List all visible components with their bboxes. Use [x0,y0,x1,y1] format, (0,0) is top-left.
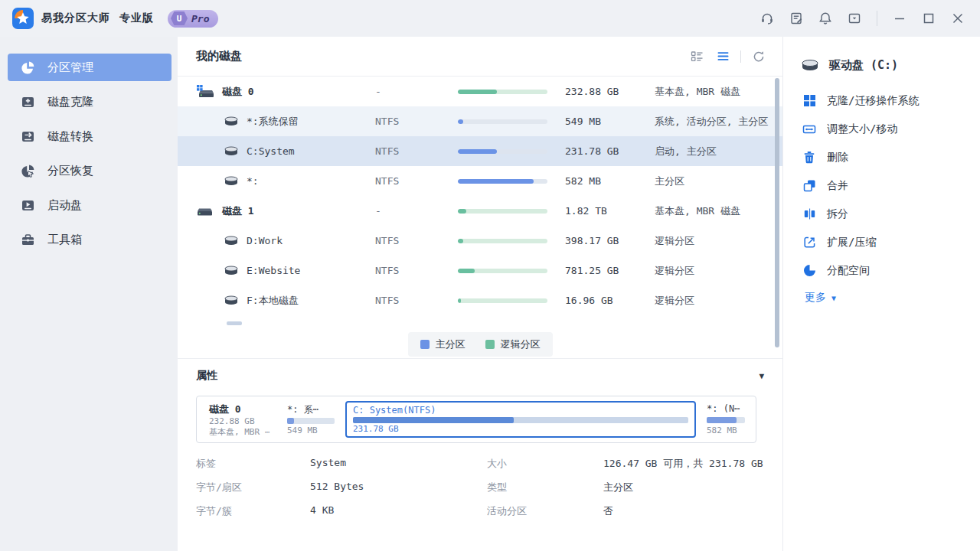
action-merge[interactable]: 合并 [783,171,980,200]
detail-value: 126.47 GB 可用，共 231.78 GB [603,457,764,471]
detail-label: 类型 [487,481,603,494]
sidebar-item-boot-disk[interactable]: 启动盘 [8,191,172,219]
sidebar-item-partition-manage[interactable]: 分区管理 [8,54,172,81]
size-cell: 1.82 TB [547,205,641,217]
pro-badge: U Pro [168,10,218,28]
disk-map-name: 磁盘 0 [209,403,276,416]
titlebar-separator [877,11,877,26]
filesystem-cell: NTFS [375,235,458,246]
sidebar-item-disk-convert[interactable]: 磁盘转换 [8,122,172,150]
action-delete[interactable]: 删除 [783,143,980,171]
selected-drive-label: 驱动盘 (C:) [829,58,898,73]
refresh-icon[interactable] [750,48,767,65]
size-cell: 398.17 GB [547,235,641,246]
detail-label: 字节/簇 [196,504,310,518]
main-header: 我的磁盘 [178,37,782,77]
boot-disk-icon [20,197,35,213]
maximize-button[interactable] [917,7,940,30]
sidebar-item-partition-recover[interactable]: 分区恢复 [8,157,172,184]
drive-icon [800,58,820,73]
action-panel: 驱动盘 (C:) 克隆/迁移操作系统 [782,37,980,551]
table-row[interactable]: *: NTFS 582 MB 主分区 [178,166,782,196]
usage-bar [458,119,547,124]
primary-swatch [420,340,430,349]
flags-cell: 主分区 [641,174,782,188]
clipped-row-fragment [227,321,242,325]
action-panel-header: 驱动盘 (C:) [783,58,980,73]
usage-bar [458,149,547,154]
trash-icon [802,151,816,165]
support-headset-icon[interactable] [756,7,779,30]
properties-title: 属性 [196,369,217,383]
size-cell: 781.25 GB [547,265,641,276]
table-row[interactable]: 磁盘 1 - 1.82 TB 基本盘, MBR 磁盘 [178,196,782,226]
sidebar-item-disk-clone[interactable]: 磁盘克隆 [8,88,172,116]
disk-map-partition[interactable]: *: 系⋯ 549 MB [283,401,339,438]
disk-name: 磁盘 0 [222,85,254,99]
size-cell: 16.96 GB [547,295,641,306]
flags-cell: 逻辑分区 [641,234,782,248]
card-view-icon[interactable] [688,48,705,65]
size-cell: 232.88 GB [547,86,641,97]
disk-name: 磁盘 1 [222,204,254,218]
collapse-arrow-icon[interactable]: ▼ [759,371,764,381]
action-clone-migrate-os[interactable]: 克隆/迁移操作系统 [783,86,980,115]
disk-map-partition-selected[interactable]: C: System(NTFS) 231.78 GB [345,401,696,438]
more-actions-link[interactable]: 更多 ▼ [783,291,980,305]
partition-name: E:Website [247,265,300,276]
sidebar-item-label: 分区管理 [47,60,93,75]
properties-header: 属性 ▼ [196,359,764,393]
close-button[interactable] [946,7,969,30]
notifications-bell-icon[interactable] [814,7,837,30]
content: 分区管理 磁盘克隆 [0,37,980,551]
size-cell: 549 MB [547,116,641,127]
titlebar: 易我分区大师 专业版 U Pro [0,0,980,37]
pie-chart-icon [20,60,35,75]
app-logo-icon [12,8,34,29]
table-row[interactable]: *:系统保留 NTFS 549 MB 系统, 活动分区, 主分区 [178,106,782,136]
table-row[interactable]: F:本地磁盘 NTFS 16.96 GB 逻辑分区 [178,285,782,315]
table-row[interactable]: E:Website NTFS 781.25 GB 逻辑分区 [178,256,782,285]
merge-icon [802,179,816,193]
titlebar-right [756,7,969,30]
partition-name: C:System [247,145,295,157]
sidebar-item-label: 工具箱 [47,233,82,247]
filesystem-cell: - [375,86,458,97]
detail-value: 否 [603,504,764,518]
badge-u-icon: U [171,11,188,25]
partition-recover-icon [20,163,35,178]
filesystem-cell: NTFS [375,265,458,276]
list-view-icon[interactable] [714,48,731,65]
menu-dropdown-icon[interactable] [843,7,866,30]
disk-map-partition[interactable]: *: (N⋯ 582 MB [702,401,750,438]
chevron-down-icon: ▼ [831,294,836,302]
sidebar-item-label: 磁盘转换 [47,129,93,144]
minimize-button[interactable] [888,7,911,30]
action-split[interactable]: 拆分 [783,200,980,228]
action-allocate-space[interactable]: 分配空间 [783,256,980,285]
table-row[interactable]: D:Work NTFS 398.17 GB 逻辑分区 [178,226,782,256]
vertical-scrollbar[interactable] [775,78,779,347]
pro-badge-label: Pro [191,13,209,24]
flags-cell: 逻辑分区 [641,294,782,308]
partition-icon [224,175,239,187]
usage-bar [458,90,547,94]
detail-label: 字节/扇区 [196,481,310,494]
action-resize-move[interactable]: 调整大小/移动 [783,115,980,143]
detail-value: System [310,457,487,471]
partition-icon [224,295,239,306]
sidebar-item-toolbox[interactable]: 工具箱 [8,226,172,253]
resize-move-icon [802,122,816,136]
titlebar-left: 易我分区大师 专业版 U Pro [12,8,218,29]
usage-bar [458,239,547,243]
partition-icon [224,116,239,127]
feedback-note-icon[interactable] [785,7,808,30]
disk-map-type: 基本盘, MBR ⋯ [209,427,276,438]
flags-cell: 系统, 活动分区, 主分区 [641,115,782,129]
partition-name: F:本地磁盘 [247,294,299,308]
filesystem-cell: NTFS [375,175,458,187]
flags-cell: 逻辑分区 [641,264,782,278]
action-extend-shrink[interactable]: 扩展/压缩 [783,228,980,256]
table-row[interactable]: 磁盘 0 - 232.88 GB 基本盘, MBR 磁盘 [178,77,782,106]
table-row-selected[interactable]: C:System NTFS 231.78 GB 启动, 主分区 [178,136,782,166]
